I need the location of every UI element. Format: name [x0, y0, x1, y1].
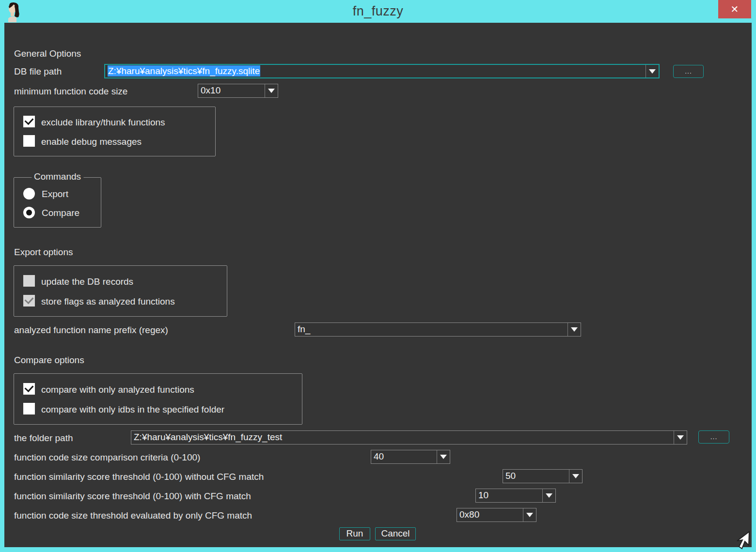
checkbox-compare-idbs-label[interactable]: compare with only idbs in the specified …: [41, 404, 224, 415]
checkbox-enable-debug-label[interactable]: enable debug messages: [41, 136, 142, 148]
export-checkbox-groupbox: [14, 265, 227, 317]
sim-with-cfg-value: 10: [476, 489, 542, 502]
run-button[interactable]: Run: [339, 527, 370, 540]
prefix-combobox[interactable]: fn_: [295, 322, 581, 337]
checkbox-exclude-library-label[interactable]: exclude library/thunk functions: [41, 117, 165, 128]
checkbox-compare-analyzed[interactable]: [23, 383, 35, 395]
folder-path-label: the folder path: [14, 432, 73, 444]
radio-compare-label[interactable]: Compare: [42, 207, 79, 219]
commands-groupbox: Commands: [14, 177, 101, 228]
min-code-size-value: 0x10: [198, 84, 265, 97]
db-file-path-label: DB file path: [14, 66, 62, 77]
titlebar[interactable]: fn_fuzzy ✕: [0, 0, 756, 23]
general-options-heading: General Options: [14, 48, 81, 60]
code-size-cfg-label: function code size threshold evaluated b…: [14, 510, 252, 521]
checkbox-compare-analyzed-label[interactable]: compare with only analyzed functions: [41, 384, 194, 396]
radio-export-label[interactable]: Export: [42, 188, 68, 200]
mouse-cursor: [735, 531, 751, 552]
chevron-down-icon[interactable]: [542, 489, 555, 502]
folder-path-value: Z:¥haru¥analysis¥tics¥fn_fuzzy_test: [131, 431, 674, 444]
sim-without-cfg-combobox[interactable]: 50: [503, 469, 583, 483]
cancel-button[interactable]: Cancel: [375, 527, 416, 540]
chevron-down-icon[interactable]: [567, 323, 581, 336]
sim-without-cfg-value: 50: [503, 470, 569, 483]
checkbox-compare-idbs[interactable]: [23, 403, 35, 414]
export-options-heading: Export options: [14, 246, 73, 258]
folder-path-combobox[interactable]: Z:¥haru¥analysis¥tics¥fn_fuzzy_test: [131, 430, 687, 445]
chevron-down-icon[interactable]: [674, 431, 687, 444]
code-size-cfg-value: 0x80: [457, 508, 523, 521]
min-code-size-label: minimum function code size: [14, 86, 127, 97]
min-code-size-combobox[interactable]: 0x10: [198, 84, 278, 98]
criteria-label: function code size comparison criteria (…: [14, 452, 200, 463]
commands-legend: Commands: [32, 171, 83, 182]
chevron-down-icon[interactable]: [265, 84, 278, 97]
checkbox-store-flags[interactable]: [23, 295, 35, 307]
checkbox-update-db-label[interactable]: update the DB records: [41, 276, 133, 288]
prefix-value: fn_: [295, 323, 567, 336]
window-title: fn_fuzzy: [0, 4, 756, 19]
chevron-down-icon[interactable]: [523, 508, 536, 521]
close-icon: ✕: [731, 3, 739, 15]
code-size-cfg-combobox[interactable]: 0x80: [457, 508, 536, 522]
compare-checkbox-groupbox: [14, 373, 302, 425]
fn-fuzzy-dialog: fn_fuzzy ✕ General Options DB file path …: [0, 0, 756, 552]
criteria-combobox[interactable]: 40: [371, 450, 450, 464]
chevron-down-icon[interactable]: [646, 65, 659, 77]
radio-export[interactable]: [23, 188, 35, 199]
checkbox-exclude-library[interactable]: [23, 116, 35, 127]
checkbox-store-flags-label[interactable]: store flags as analyzed functions: [41, 296, 175, 307]
close-button[interactable]: ✕: [718, 0, 751, 18]
prefix-label: analyzed function name prefix (regex): [14, 324, 168, 336]
db-file-path-combobox[interactable]: Z:¥haru¥analysis¥tics¥fn_fuzzy.sqlite: [104, 64, 660, 78]
sim-with-cfg-label: function similarity score threshold (0-1…: [14, 491, 251, 502]
compare-options-heading: Compare options: [14, 354, 84, 366]
browse-folder-button[interactable]: ...: [698, 430, 729, 444]
checkbox-enable-debug[interactable]: [23, 135, 35, 147]
chevron-down-icon[interactable]: [437, 450, 450, 463]
checkbox-update-db[interactable]: [23, 275, 35, 287]
general-checkbox-groupbox: [14, 107, 216, 156]
radio-compare[interactable]: [23, 207, 35, 218]
criteria-value: 40: [371, 450, 437, 463]
sim-with-cfg-combobox[interactable]: 10: [475, 489, 556, 503]
chevron-down-icon[interactable]: [569, 470, 582, 483]
browse-db-button[interactable]: ...: [673, 65, 704, 78]
db-file-path-value: Z:¥haru¥analysis¥tics¥fn_fuzzy.sqlite: [105, 65, 646, 77]
sim-without-cfg-label: function similarity score threshold (0-1…: [14, 471, 264, 483]
